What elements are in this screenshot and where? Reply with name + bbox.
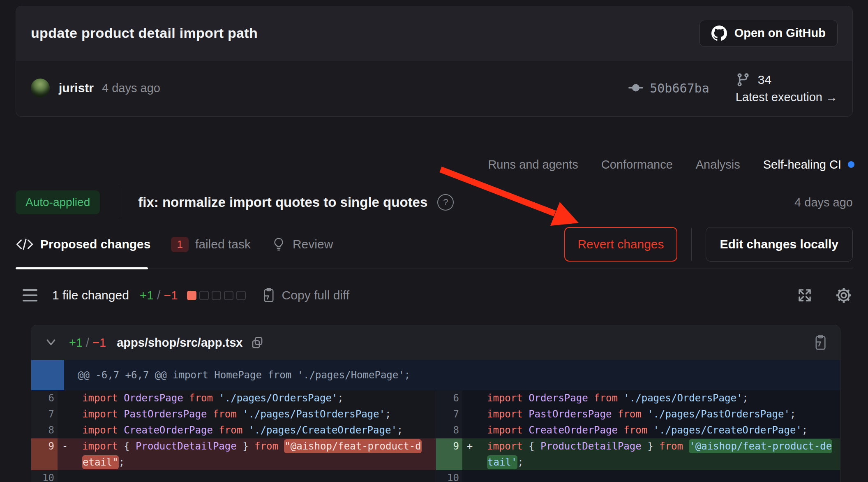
- open-on-github-label: Open on GitHub: [734, 26, 826, 40]
- commit-row: juristr 4 days ago 50b667ba: [16, 60, 852, 116]
- diff-line-left-8: 8import CreateOrderPage from './pages/Cr…: [31, 422, 436, 438]
- fix-title: fix: normalize import quotes to single q…: [138, 195, 427, 210]
- tab-proposed-changes[interactable]: Proposed changes: [16, 237, 150, 251]
- diff-line-left-7: 7import PastOrdersPage from './pages/Pas…: [31, 406, 436, 422]
- copy-full-diff-button[interactable]: Copy full diff: [261, 287, 350, 303]
- file-list-menu-icon[interactable]: [23, 289, 37, 301]
- diff-line-right-8: 8import CreateOrderPage from './pages/Cr…: [436, 422, 840, 438]
- diff-stat-block: [224, 291, 233, 300]
- lightbulb-icon: [271, 236, 286, 252]
- copy-file-diff-icon[interactable]: [812, 334, 828, 351]
- commit-author: juristr: [59, 81, 94, 95]
- commit-time: 4 days ago: [102, 81, 160, 95]
- nav-item-conformance[interactable]: Conformance: [601, 158, 673, 171]
- run-number: 34: [758, 73, 771, 87]
- diff-line-right-9: 9+import { ProductDetailPage } from '@ai…: [436, 438, 840, 470]
- copy-path-icon[interactable]: [251, 336, 264, 349]
- additions-count: +1: [140, 288, 154, 302]
- diff-line-left-10: 10: [31, 470, 436, 482]
- nav-item-label: Self-healing CI: [763, 158, 841, 171]
- active-tab-underline: [16, 267, 148, 269]
- deletions-count: −1: [164, 288, 178, 302]
- clipboard-icon: [261, 287, 276, 303]
- open-on-github-button[interactable]: Open on GitHub: [699, 20, 838, 47]
- commit-card-header: update product detail import path Open o…: [16, 6, 852, 60]
- hunk-gutter: [31, 360, 64, 390]
- auto-applied-badge: Auto-applied: [16, 190, 100, 214]
- diff-stat-block: [212, 291, 221, 300]
- fix-tabbar: Proposed changes 1 failed task Review Re…: [16, 220, 853, 269]
- diff-stat-block: [236, 291, 246, 300]
- fullscreen-icon[interactable]: [796, 287, 813, 304]
- tab-label: Review: [293, 237, 333, 251]
- divider: [119, 186, 119, 218]
- code-icon: [16, 237, 34, 251]
- diff-stat-blocks: [187, 291, 246, 300]
- notification-dot: [848, 161, 854, 168]
- diff-line-right-6: 6import OrdersPage from './pages/OrdersP…: [436, 390, 840, 406]
- help-icon[interactable]: ?: [437, 194, 454, 211]
- nav-item-runs-and-agents[interactable]: Runs and agents: [488, 158, 578, 171]
- diff-pane-after: 6import OrdersPage from './pages/OrdersP…: [436, 390, 840, 482]
- edit-changes-locally-button[interactable]: Edit changes locally: [706, 227, 853, 262]
- files-changed-label: 1 file changed: [52, 288, 129, 302]
- page-nav: Runs and agents Conformance Analysis Sel…: [488, 151, 854, 178]
- page-title: update product detail import path: [31, 25, 258, 41]
- diff-toolbar: 1 file changed +1 / −1 Copy full diff: [23, 281, 853, 309]
- file-path: apps/shop/src/app.tsx: [117, 336, 242, 350]
- nav-item-analysis[interactable]: Analysis: [696, 158, 740, 171]
- diff-line-right-10: 10: [436, 470, 840, 482]
- file-additions: +1: [69, 336, 83, 350]
- diff-file-card: +1 / −1 apps/shop/src/app.tsx @@ -6,7 +6…: [31, 325, 840, 482]
- tab-label: Proposed changes: [40, 237, 150, 251]
- tab-review[interactable]: Review: [271, 236, 333, 252]
- diff-file-header: +1 / −1 apps/shop/src/app.tsx: [31, 325, 840, 360]
- commit-sha: 50b667ba: [650, 81, 709, 95]
- fix-header: Auto-applied fix: normalize import quote…: [16, 189, 853, 216]
- separator: /: [157, 288, 160, 302]
- separator: /: [86, 336, 89, 350]
- diff-stat-block: [187, 291, 196, 300]
- diff-pane-before: 6import OrdersPage from './pages/OrdersP…: [31, 390, 436, 482]
- commit-sha-group[interactable]: 50b667ba: [628, 81, 709, 95]
- diff-line-left-9: 9-import { ProductDetailPage } from "@ai…: [31, 438, 436, 470]
- revert-changes-button[interactable]: Revert changes: [564, 227, 677, 262]
- tab-failed-task[interactable]: 1 failed task: [171, 237, 251, 252]
- run-number-group[interactable]: 34: [736, 72, 771, 87]
- tab-label: failed task: [195, 237, 251, 251]
- avatar[interactable]: [31, 79, 50, 97]
- latest-execution-link[interactable]: Latest execution →: [736, 90, 838, 104]
- settings-gear-icon[interactable]: [835, 286, 853, 304]
- git-branch-icon: [736, 72, 750, 87]
- hunk-header-text: @@ -6,7 +6,7 @@ import HomePage from './…: [78, 369, 410, 381]
- hunk-header: @@ -6,7 +6,7 @@ import HomePage from './…: [31, 360, 840, 390]
- diff-line-left-6: 6import OrdersPage from './pages/OrdersP…: [31, 390, 436, 406]
- copy-full-diff-label: Copy full diff: [282, 288, 350, 302]
- diff-stat-block: [199, 291, 209, 300]
- git-commit-icon: [628, 81, 643, 95]
- divider: [691, 228, 692, 261]
- file-deletions: −1: [92, 336, 106, 350]
- commit-card: update product detail import path Open o…: [16, 6, 853, 117]
- github-icon: [711, 25, 727, 41]
- chevron-down-icon[interactable]: [44, 336, 58, 349]
- nav-item-self-healing-ci[interactable]: Self-healing CI: [763, 158, 854, 171]
- diff-line-right-7: 7import PastOrdersPage from './pages/Pas…: [436, 406, 840, 422]
- failed-count-badge: 1: [171, 237, 188, 252]
- fix-time: 4 days ago: [794, 196, 853, 209]
